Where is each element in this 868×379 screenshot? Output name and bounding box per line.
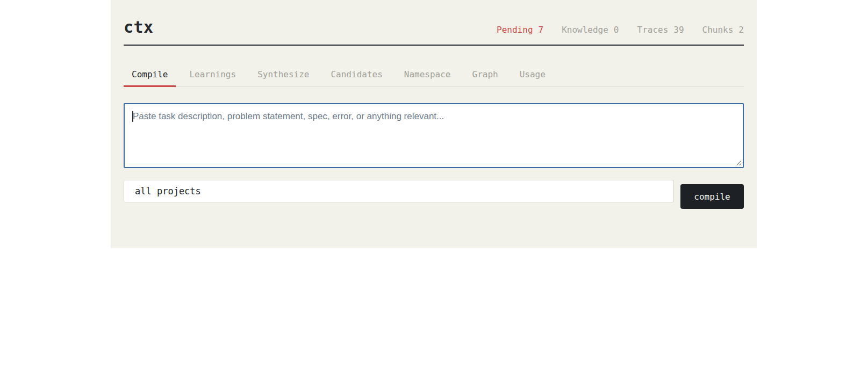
stat-traces[interactable]: Traces39 — [637, 25, 684, 35]
app-container: ctx Pending7 Knowledge0 Traces39 Chunks2… — [111, 0, 757, 248]
tab-graph[interactable]: Graph — [464, 62, 506, 87]
tab-learnings[interactable]: Learnings — [181, 62, 244, 87]
stat-chunks[interactable]: Chunks2 — [702, 25, 744, 35]
task-description-input[interactable] — [124, 103, 744, 168]
stat-traces-label: Traces — [637, 25, 669, 35]
stat-knowledge-value: 0 — [614, 25, 619, 35]
tab-namespace[interactable]: Namespace — [396, 62, 459, 87]
stat-chunks-value: 2 — [738, 25, 744, 35]
stat-traces-value: 39 — [673, 25, 684, 35]
tab-candidates[interactable]: Candidates — [322, 62, 390, 87]
page-title: ctx — [124, 18, 154, 37]
stat-chunks-label: Chunks — [702, 25, 734, 35]
tab-usage[interactable]: Usage — [512, 62, 554, 87]
stat-pending[interactable]: Pending7 — [497, 25, 543, 35]
header-stats: Pending7 Knowledge0 Traces39 Chunks2 — [497, 25, 744, 35]
stat-knowledge-label: Knowledge — [562, 25, 608, 35]
tab-synthesize[interactable]: Synthesize — [249, 62, 317, 87]
app-header: ctx Pending7 Knowledge0 Traces39 Chunks2 — [124, 0, 744, 46]
stat-pending-label: Pending — [497, 25, 533, 35]
compile-controls-row: all projects compile — [124, 180, 744, 209]
stat-pending-value: 7 — [539, 25, 544, 35]
task-input-wrapper — [124, 103, 744, 168]
project-select[interactable]: all projects — [124, 180, 674, 202]
stat-knowledge[interactable]: Knowledge0 — [562, 25, 619, 35]
tab-compile[interactable]: Compile — [124, 62, 176, 87]
compile-button[interactable]: compile — [680, 184, 744, 209]
tab-bar: Compile Learnings Synthesize Candidates … — [124, 62, 744, 87]
